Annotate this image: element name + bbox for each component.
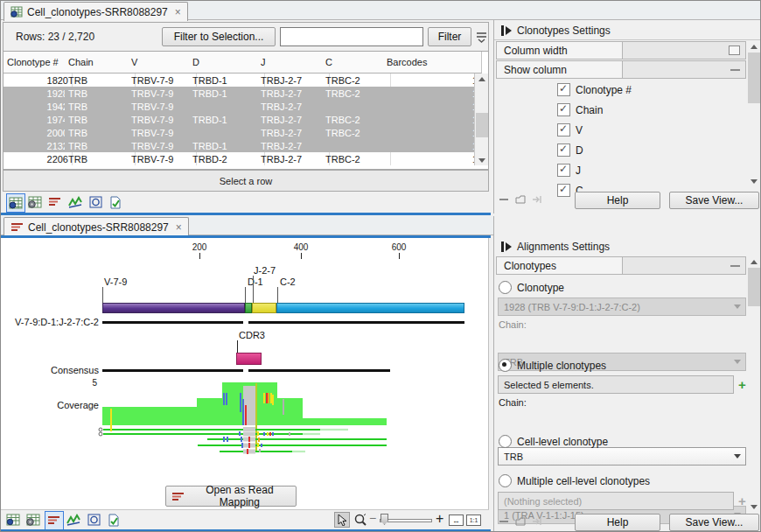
checkbox-checked[interactable] <box>557 123 570 136</box>
radio-unselected[interactable] <box>499 474 512 487</box>
cell[interactable]: TRBC-2 <box>322 152 391 165</box>
col-header[interactable]: D <box>189 52 265 74</box>
cell[interactable]: TRB <box>65 74 136 87</box>
scroll-up-icon[interactable] <box>748 256 760 267</box>
radio-selected[interactable] <box>499 359 512 372</box>
add-elements-button-disabled[interactable]: + <box>738 494 746 508</box>
spreadsheet-view-button[interactable] <box>26 193 44 211</box>
cell[interactable]: TRBD-2 <box>189 152 265 165</box>
cell[interactable]: TRBJ-2-7 <box>257 100 330 113</box>
open-as-read-mapping-button[interactable]: Open as Read Mapping <box>165 486 297 507</box>
sidebar-toggle-icon[interactable] <box>501 25 504 36</box>
tab-close-icon[interactable]: × <box>175 6 181 18</box>
dock-panel-icon[interactable] <box>532 195 542 204</box>
filter-input[interactable] <box>280 27 423 46</box>
cell[interactable]: TRB <box>65 87 136 100</box>
col-header[interactable]: J <box>257 52 330 74</box>
scrollbar-thumb[interactable] <box>748 268 760 306</box>
cell[interactable]: 1 <box>383 87 482 100</box>
cell[interactable]: TRB <box>65 126 136 139</box>
scroll-down-icon[interactable] <box>748 176 760 186</box>
group-show-column[interactable]: Show column <box>496 60 746 79</box>
history-view-button[interactable] <box>87 193 104 211</box>
cell[interactable]: 1 <box>383 74 482 87</box>
zoom-in-button[interactable]: + <box>436 511 443 527</box>
cdr3-region[interactable] <box>236 353 262 365</box>
float-panel-icon[interactable] <box>515 195 526 204</box>
scroll-down-icon[interactable] <box>748 501 760 512</box>
table-scrollbar[interactable] <box>474 74 488 165</box>
cell[interactable]: 2132 <box>3 139 73 152</box>
scrollbar-thumb[interactable] <box>748 52 760 103</box>
spreadsheet-view-button[interactable] <box>24 511 42 528</box>
alignment-view-button[interactable] <box>46 193 64 211</box>
cell[interactable]: 1 <box>383 139 482 152</box>
cell[interactable]: TRB <box>65 100 136 113</box>
cell[interactable]: 1 <box>383 126 482 139</box>
cell[interactable]: TRB <box>65 113 136 126</box>
radio-unselected[interactable] <box>499 435 512 448</box>
cell[interactable]: TRBJ-2-7 <box>257 139 330 152</box>
float-panel-icon[interactable] <box>515 517 526 526</box>
settings-scrollbar[interactable] <box>747 256 761 512</box>
cell[interactable]: TRB <box>65 152 136 165</box>
cell[interactable]: TRBJ-2-7 <box>257 74 330 87</box>
cell[interactable]: TRBV-7-9 <box>128 152 197 165</box>
checkbox-checked[interactable] <box>557 103 570 116</box>
tab-cell-clonotypes-alignment[interactable]: Cell_clonotypes-SRR8088297 × <box>3 217 189 236</box>
cell[interactable]: 1 <box>383 100 482 113</box>
cell[interactable]: TRBJ-2-7 <box>257 87 330 100</box>
cell[interactable]: TRBD-1 <box>189 113 265 126</box>
zoom-100-button[interactable]: 1:1 <box>466 514 481 526</box>
cell[interactable]: TRBJ-2-7 <box>257 126 330 139</box>
dock-panel-icon[interactable] <box>532 517 542 526</box>
tab-close-icon[interactable]: × <box>176 221 182 234</box>
cell[interactable] <box>189 100 265 113</box>
show-column-option[interactable]: V <box>557 123 583 136</box>
c-segment[interactable] <box>276 303 464 313</box>
cell[interactable]: TRBC-2 <box>322 74 391 87</box>
cell[interactable]: 2000 <box>3 126 73 139</box>
tab-cell-clonotypes-table[interactable]: Cell_clonotypes-SRR8088297 × <box>3 2 188 21</box>
cell[interactable]: TRBJ-2-7 <box>257 113 330 126</box>
sidebar-toggle-icon[interactable] <box>501 242 504 252</box>
advanced-filter-icon[interactable] <box>475 31 488 44</box>
scroll-down-icon[interactable] <box>476 155 488 165</box>
show-column-option[interactable]: D <box>557 144 583 157</box>
col-header[interactable]: Clonotype # <box>3 52 73 74</box>
group-label[interactable]: Column width <box>497 42 623 59</box>
cell[interactable]: TRBD-1 <box>189 87 265 100</box>
filter-to-selection-button[interactable]: Filter to Selection... <box>162 27 276 46</box>
cell[interactable]: 1974 <box>3 113 73 126</box>
expand-icon[interactable] <box>729 46 740 55</box>
group-label[interactable]: Show column <box>497 61 623 78</box>
graph-view-button[interactable] <box>66 193 84 211</box>
checkbox-checked[interactable] <box>557 144 570 157</box>
cell[interactable]: 1 <box>383 152 482 165</box>
multiple-clonotypes-radio-row[interactable]: Multiple clonotypes <box>499 359 606 372</box>
col-header[interactable]: C <box>322 52 391 74</box>
checkbox-checked[interactable] <box>557 164 570 177</box>
group-column-width[interactable]: Column width <box>496 41 746 60</box>
filter-button[interactable]: Filter <box>428 27 471 46</box>
checkbox-checked[interactable] <box>557 184 570 197</box>
selection-cursor-button[interactable] <box>334 512 350 528</box>
cell[interactable]: TRBJ-2-7 <box>257 152 330 165</box>
cell[interactable]: 1 <box>383 113 482 126</box>
show-column-option[interactable]: Clonotype # <box>557 83 632 96</box>
cell[interactable]: TRB <box>65 139 136 152</box>
table-view-button[interactable] <box>6 193 25 213</box>
d-segment[interactable] <box>245 303 252 313</box>
show-column-option[interactable]: Chain <box>557 103 603 116</box>
chain-select[interactable]: TRB <box>498 447 746 466</box>
cell[interactable]: 1942 <box>3 100 73 113</box>
cell[interactable]: TRBV-7-9 <box>128 100 197 113</box>
cell[interactable]: TRBV-7-9 <box>128 113 197 126</box>
radio-unselected[interactable] <box>499 281 512 294</box>
group-label[interactable]: Clonotypes <box>497 257 623 274</box>
sidebar-arrow-icon[interactable] <box>506 242 512 251</box>
save-view-button[interactable]: Save View... <box>669 514 759 531</box>
col-header[interactable]: V <box>128 52 197 74</box>
zoom-slider-thumb[interactable] <box>380 514 388 525</box>
scroll-up-icon[interactable] <box>476 74 488 84</box>
